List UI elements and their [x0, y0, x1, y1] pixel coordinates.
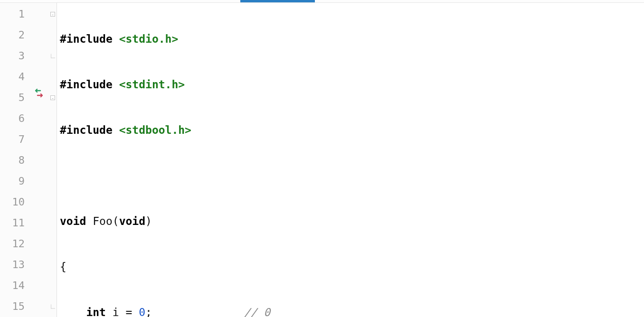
keyword: #include	[60, 78, 113, 91]
line-number: 15	[0, 296, 28, 317]
function-name: Foo	[93, 215, 113, 227]
fold-end-icon	[51, 305, 55, 309]
line-number: 9	[0, 171, 28, 192]
fold-toggle-icon[interactable]: -	[50, 95, 55, 100]
code-line[interactable]	[60, 165, 644, 186]
number: 0	[139, 306, 145, 317]
editor-tabstrip	[0, 0, 644, 3]
comment: // 0	[244, 306, 270, 317]
line-number: 3	[0, 46, 28, 66]
line-number-gutter: 1 2 3 4 5 6 7 8 9 10 11 12 13 14 15	[0, 3, 28, 317]
fold-toggle-icon[interactable]: -	[50, 12, 55, 17]
annotation-gutter	[28, 3, 49, 317]
code-area[interactable]: #include <stdio.h> #include <stdint.h> #…	[57, 3, 644, 317]
punct: (	[113, 215, 119, 227]
include-target: <stdbool.h>	[119, 124, 191, 136]
line-number: 8	[0, 150, 28, 171]
keyword: #include	[60, 124, 113, 136]
line-number: 2	[0, 25, 28, 46]
identifier: i	[113, 306, 119, 317]
code-line[interactable]: int i = 0; // 0	[60, 302, 644, 317]
keyword: #include	[60, 33, 113, 45]
code-line[interactable]: void Foo(void)	[60, 211, 644, 232]
line-number: 4	[0, 66, 28, 87]
keyword: void	[119, 215, 145, 227]
line-number: 14	[0, 275, 28, 296]
line-number: 5	[0, 87, 28, 108]
punct: ;	[145, 306, 152, 317]
line-number: 6	[0, 108, 28, 129]
code-line[interactable]: {	[60, 256, 644, 277]
fold-gutter: - -	[49, 3, 57, 317]
keyword: void	[60, 215, 86, 227]
include-target: <stdint.h>	[119, 78, 185, 91]
line-number: 11	[0, 213, 28, 233]
line-number: 1	[0, 4, 28, 25]
punct: )	[145, 215, 152, 227]
fold-end-icon	[51, 54, 55, 58]
active-tab-indicator	[240, 0, 315, 2]
code-line[interactable]: #include <stdio.h>	[60, 28, 644, 49]
include-target: <stdio.h>	[119, 33, 179, 45]
line-number: 13	[0, 254, 28, 275]
op: =	[126, 306, 133, 317]
vcs-change-icon[interactable]	[28, 87, 49, 99]
code-line[interactable]: #include <stdbool.h>	[60, 120, 644, 140]
keyword: int	[86, 306, 106, 317]
line-number: 12	[0, 233, 28, 254]
code-line[interactable]: #include <stdint.h>	[60, 74, 644, 95]
brace: {	[60, 261, 66, 273]
line-number: 10	[0, 192, 28, 213]
code-editor[interactable]: 1 2 3 4 5 6 7 8 9 10 11 12 13 14 15	[0, 3, 644, 317]
line-number: 7	[0, 129, 28, 150]
